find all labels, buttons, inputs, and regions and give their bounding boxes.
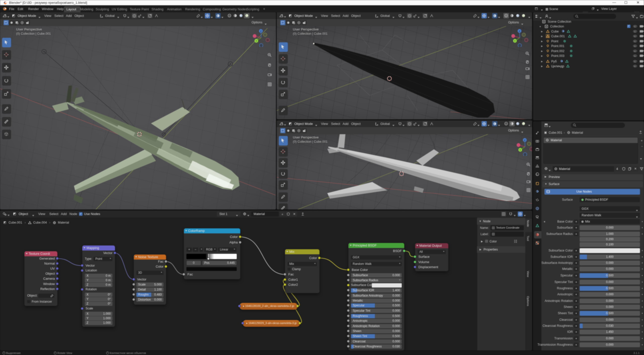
svg-text:Y: Y	[514, 40, 516, 42]
svg-text:Z: Z	[519, 30, 520, 32]
svg-text:Y: Y	[256, 40, 257, 42]
svg-text:Y: Y	[519, 149, 521, 151]
svg-text:Z: Z	[260, 30, 262, 32]
svg-text:Z: Z	[524, 139, 526, 141]
